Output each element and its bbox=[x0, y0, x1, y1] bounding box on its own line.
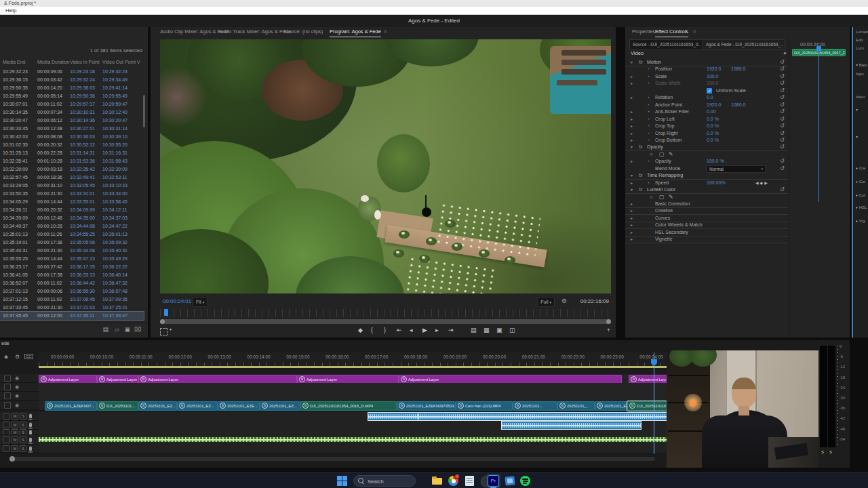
track-lane-v1[interactable]: fx20251101_EZEKN07...fxDJI_20251101...fx… bbox=[39, 401, 667, 411]
table-row[interactable]: 10:31:25:1300:00:22:2810:31:14:3110:31:1… bbox=[0, 149, 144, 157]
ellipse-mask-icon[interactable]: ○ bbox=[650, 151, 653, 158]
property-row-motion[interactable]: ▾fxMotion↺ bbox=[625, 59, 788, 66]
mute-button[interactable]: M bbox=[12, 429, 18, 436]
export-frame-button[interactable]: ▣ bbox=[496, 327, 502, 333]
lift-button[interactable]: ▤ bbox=[471, 327, 477, 333]
property-value[interactable]: 0.0 % bbox=[707, 116, 719, 123]
property-value[interactable]: 0.0 bbox=[707, 94, 713, 101]
video-clip[interactable]: fxDJI_2025110116... bbox=[627, 401, 667, 411]
rect-mask-icon[interactable]: ▢ bbox=[659, 151, 665, 158]
fx-badge[interactable]: fx bbox=[639, 144, 642, 150]
table-row[interactable]: 10:37:01:1300:00:09:0610:36:55:3010:36:5… bbox=[0, 287, 144, 296]
stopwatch-icon[interactable]: ◔ bbox=[647, 94, 650, 101]
lumetri-item[interactable]: ▸ Cur bbox=[856, 179, 868, 184]
property-value[interactable]: 0.0 % bbox=[707, 123, 719, 129]
step-back-button[interactable]: ◂ bbox=[410, 327, 413, 333]
track-header-a1[interactable]: MS bbox=[0, 412, 39, 421]
lumetri-item[interactable]: Inpu bbox=[856, 72, 868, 76]
column-header-media-end[interactable]: Media End bbox=[3, 60, 25, 64]
property-row-crop-top[interactable]: ▸◔Crop Top0.0 %↺ bbox=[625, 123, 788, 129]
blue-app-icon[interactable] bbox=[505, 475, 516, 487]
add-marker-button[interactable]: ◆ bbox=[358, 327, 363, 333]
reset-icon[interactable]: ↺ bbox=[780, 158, 785, 165]
twirl-icon[interactable]: ▸ bbox=[631, 222, 633, 228]
track-lane-a1[interactable] bbox=[39, 412, 667, 422]
selection-mode-caret[interactable]: ▾ bbox=[170, 327, 172, 331]
table-row[interactable]: 10:34:26:1100:00:20:3210:34:09:0910:34:1… bbox=[0, 206, 144, 214]
solo-right[interactable]: S bbox=[829, 450, 832, 454]
stopwatch-icon[interactable]: ◔ bbox=[647, 116, 650, 123]
track-lock-toggle[interactable] bbox=[4, 375, 11, 382]
keyframe-navigator[interactable]: ◀◆▶ bbox=[755, 180, 769, 186]
table-row[interactable]: 10:34:49:3700:00:10:2810:34:44:0810:34:4… bbox=[0, 222, 144, 230]
property-row-opacity[interactable]: ▾fxOpacity↺ bbox=[625, 144, 788, 151]
video-clip[interactable]: fx20251101_EZEKN07... bbox=[45, 401, 97, 411]
stopwatch-icon[interactable]: ◔ bbox=[647, 123, 650, 129]
timeline-zoom-handle[interactable] bbox=[9, 456, 15, 462]
collapse-section-icon[interactable]: ▲ bbox=[783, 50, 787, 55]
twirl-icon[interactable]: ▸ bbox=[631, 108, 633, 115]
mute-button[interactable]: M bbox=[12, 436, 18, 443]
table-row[interactable]: 10:36:52:0700:00:11:0210:36:44:4210:36:4… bbox=[0, 279, 144, 287]
reset-icon[interactable]: ↺ bbox=[780, 116, 785, 123]
twirl-icon[interactable]: ▸ bbox=[631, 201, 633, 207]
track-header-v4[interactable]: ◉ bbox=[0, 374, 39, 383]
track-header-v1[interactable]: ◉ bbox=[0, 401, 39, 410]
property-row-blend-mode[interactable]: Blend ModeNormal▾↺ bbox=[625, 165, 788, 172]
reset-icon[interactable]: ↺ bbox=[780, 80, 785, 87]
stopwatch-icon[interactable]: ◔ bbox=[647, 102, 650, 108]
table-row[interactable]: 10:35:01:1300:00:11:2610:34:55:2510:35:0… bbox=[0, 230, 144, 239]
reset-icon[interactable]: ↺ bbox=[780, 137, 785, 144]
reset-icon[interactable]: ↺ bbox=[780, 66, 785, 73]
track-enable-toggle[interactable] bbox=[3, 445, 9, 452]
track-lane-a4[interactable] bbox=[39, 435, 667, 445]
lumetri-item[interactable]: ▸ Cre bbox=[856, 165, 868, 170]
go-to-in-button[interactable]: ⇤ bbox=[397, 327, 402, 333]
property-value[interactable]: 100.0 bbox=[707, 80, 719, 87]
track-lane-v3[interactable] bbox=[39, 383, 667, 392]
property-row-crop-left[interactable]: ▸◔Crop Left0.0 %↺ bbox=[625, 116, 788, 123]
property-row-uniform-scale[interactable]: ✓Uniform Scale↺ bbox=[625, 87, 788, 94]
track-header-v2[interactable]: ◉ bbox=[0, 392, 39, 401]
reset-icon[interactable]: ↺ bbox=[780, 94, 785, 101]
video-clip[interactable]: fxDJI_20251101161354_0016_D.MP4 bbox=[300, 401, 397, 411]
blend-mode-dropdown[interactable]: Normal▾ bbox=[707, 165, 766, 173]
column-header-video-in-point[interactable]: Video In Point bbox=[70, 60, 99, 64]
table-row[interactable]: 10:29:50:3500:00:14:2010:29:38:0310:29:4… bbox=[0, 84, 144, 92]
property-row-vignette[interactable]: ▸Vignette bbox=[625, 236, 788, 243]
property-row-speed[interactable]: ▸◔Speed100.00%◀◆▶ bbox=[625, 180, 788, 186]
source-clip-button[interactable]: Source - DJI_20251101161653_0.. bbox=[629, 39, 704, 50]
table-row[interactable]: 10:35:40:3100:00:21:3010:35:34:0810:35:4… bbox=[0, 247, 144, 255]
tab-program[interactable]: Program: Agos & Fede bbox=[330, 27, 381, 37]
twirl-icon[interactable]: ▸ bbox=[631, 229, 633, 236]
reset-icon[interactable]: ↺ bbox=[780, 186, 785, 193]
stopwatch-icon[interactable]: ◔ bbox=[647, 80, 650, 87]
spotify-icon[interactable] bbox=[519, 475, 531, 487]
twirl-icon[interactable]: ▸ bbox=[631, 207, 633, 214]
track-eye-icon[interactable]: ◉ bbox=[15, 393, 19, 399]
table-row[interactable]: 10:30:07:0100:00:11:0210:29:57:1710:29:5… bbox=[0, 100, 144, 108]
lumetri-item[interactable]: ▾ bbox=[856, 134, 868, 139]
uniform-scale-checkbox[interactable]: ✓ bbox=[707, 88, 712, 94]
snap-icon[interactable]: ◈ bbox=[4, 354, 8, 360]
effect-controls-playhead[interactable] bbox=[818, 46, 819, 202]
mic-icon[interactable] bbox=[29, 437, 32, 442]
table-row[interactable]: 10:29:36:1500:00:03:4210:29:32:2410:29:3… bbox=[0, 76, 144, 84]
extract-button[interactable]: ▦ bbox=[484, 327, 490, 333]
tab-audio-track-mixer[interactable]: Audio Track Mixer: Agos & Fede bbox=[218, 27, 291, 37]
reset-icon[interactable]: ↺ bbox=[780, 108, 785, 115]
track-eye-icon[interactable]: ◉ bbox=[15, 375, 19, 381]
wrench-icon-timeline[interactable]: ⚙ bbox=[15, 354, 20, 360]
video-clip[interactable]: fxDJI_20251101... bbox=[97, 401, 138, 411]
property-row-crop-right[interactable]: ▸◔Crop Right0.0 %↺ bbox=[625, 130, 788, 137]
video-clip[interactable]: fxCam fran (213).MP4 bbox=[456, 401, 513, 411]
twirl-icon[interactable]: ▾ bbox=[631, 186, 633, 193]
twirl-icon[interactable]: ▸ bbox=[631, 215, 633, 222]
table-row[interactable]: 10:33:50:3500:00:21:3010:33:31:0110:33:3… bbox=[0, 190, 144, 198]
mute-button[interactable]: M bbox=[12, 445, 18, 452]
mic-icon[interactable] bbox=[29, 414, 32, 419]
property-row-position[interactable]: ◔Position1920.01080.0↺ bbox=[625, 66, 788, 73]
stopwatch-icon[interactable]: ◔ bbox=[647, 137, 650, 144]
mark-out-button[interactable]: } bbox=[384, 327, 386, 333]
property-row-color-wheels-match[interactable]: ▸Color Wheels & Match bbox=[625, 222, 788, 229]
